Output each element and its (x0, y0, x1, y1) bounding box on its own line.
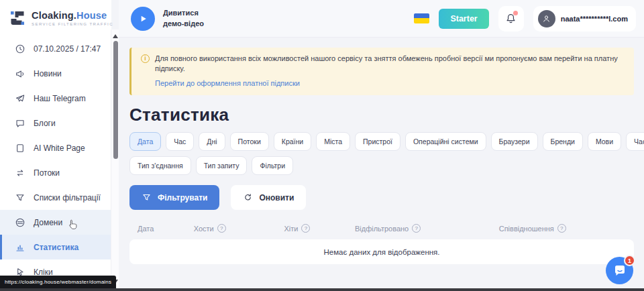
account-email: naata**********l.com (561, 15, 628, 23)
help-icon[interactable]: ? (301, 224, 310, 233)
chat-icon (15, 118, 25, 129)
trial-alert: i Для повного використання всіх можливос… (129, 48, 634, 95)
page-content: i Для повного використання всіх можливос… (119, 38, 644, 264)
clock-icon (15, 44, 25, 54)
sidebar-item-streams[interactable]: Потоки (0, 160, 111, 185)
bar-chart-icon (15, 242, 25, 253)
filter-button[interactable]: Фільтрувати (129, 185, 219, 210)
chat-unread-badge: 1 (624, 255, 635, 266)
plan-badge-button[interactable]: Starter (439, 9, 488, 29)
funnel-icon (15, 192, 25, 203)
logo-title-primary: Cloaking. (32, 10, 76, 21)
account-menu[interactable]: naata**********l.com (533, 6, 636, 32)
chat-bubble-icon (612, 263, 628, 279)
table-actions: Фільтрувати Оновити (129, 185, 634, 210)
sidebar-item-datetime: 07.10.2025 / 17:47 (0, 36, 111, 61)
sidebar-item-label: Наш Telegram (34, 94, 86, 103)
main-area: Дивитися демо-відео Starter naata*******… (119, 0, 644, 291)
top-bar: Дивитися демо-відео Starter naata*******… (119, 0, 644, 38)
scroll-up-icon[interactable] (113, 34, 118, 38)
globe-icon (15, 217, 25, 228)
page-title: Статистика (129, 105, 634, 125)
tab-devices[interactable]: Пристрої (355, 132, 400, 151)
sidebar-scrollbar[interactable] (111, 30, 119, 288)
megaphone-icon (15, 68, 25, 79)
refresh-icon (243, 192, 253, 202)
sidebar-nav: 07.10.2025 / 17:47НовиниНаш TelegramБлог… (0, 32, 111, 284)
sidebar-item-domains[interactable]: Домени (0, 210, 111, 235)
sidebar: Cloaking.House SERVICE FILTERING TRAFFIC… (0, 0, 111, 291)
sidebar-item-label: Статистика (34, 243, 78, 252)
ukraine-flag-icon[interactable] (414, 13, 429, 23)
scrollbar-thumb[interactable] (113, 41, 118, 159)
tab-filters[interactable]: Фільтри (252, 156, 293, 175)
logo-title-accent: House (76, 10, 107, 21)
column-header-ratio: Співвідношення? (499, 224, 626, 233)
demo-video-label: Дивитися демо-відео (163, 8, 211, 29)
column-header-hits: Хіти? (284, 224, 355, 233)
sidebar-item-label: 07.10.2025 / 17:47 (34, 44, 101, 54)
logo-icon (9, 9, 26, 27)
sidebar-item-label: Новини (34, 69, 62, 78)
logo-subtitle: SERVICE FILTERING TRAFFIC (32, 22, 113, 26)
page-icon (15, 143, 25, 154)
tab-data[interactable]: Дата (129, 132, 161, 151)
telegram-icon (15, 93, 25, 104)
sidebar-item-news[interactable]: Новини (0, 61, 111, 86)
funnel-icon (142, 192, 152, 202)
help-icon[interactable]: ? (412, 224, 421, 233)
sidebar-item-label: Домени (34, 218, 62, 227)
column-label: Відфільтровано (355, 225, 409, 233)
window-bottom-edge (0, 288, 644, 291)
status-bar-url: https://cloaking.house/webmaster/domains (0, 276, 116, 288)
filter-button-label: Фільтрувати (158, 193, 207, 202)
tab-connection-type[interactable]: Тип з'єднання (129, 156, 191, 175)
play-icon (131, 7, 155, 31)
stat-tabs-row-2: Тип з'єднанняТип запитуФільтри (129, 156, 634, 175)
table-empty-state: Немає даних для відображення. (129, 239, 634, 264)
upgrade-subscription-link[interactable]: Перейти до оформлення платної підписки (155, 78, 300, 89)
tab-request-type[interactable]: Тип запиту (196, 156, 248, 175)
loop-icon (15, 168, 25, 178)
avatar-icon (538, 10, 555, 27)
top-bar-right: Starter naata**********l.com (414, 6, 636, 32)
table-header: ДатаХости?Хіти?Відфільтровано?Співвіднош… (129, 219, 634, 238)
tab-days[interactable]: Дні (199, 132, 225, 151)
chat-widget-button[interactable]: 1 (606, 257, 633, 284)
refresh-button-label: Оновити (259, 193, 294, 202)
info-icon: i (141, 54, 150, 63)
sidebar-item-label: Блоги (34, 119, 56, 128)
tab-os[interactable]: Операційні системи (405, 132, 486, 151)
demo-video-button[interactable]: Дивитися демо-відео (131, 7, 211, 31)
column-label: Дата (138, 225, 154, 233)
refresh-button[interactable]: Оновити (231, 185, 306, 210)
tab-countries[interactable]: Країни (274, 132, 311, 151)
tab-timezone[interactable]: Часовий пояс (626, 132, 644, 151)
help-icon[interactable]: ? (217, 224, 226, 233)
column-label: Співвідношення (499, 225, 554, 233)
column-header-date: Дата (138, 224, 194, 233)
notifications-button[interactable] (498, 6, 524, 32)
tab-cities[interactable]: Міста (316, 132, 350, 151)
column-label: Хости (194, 225, 214, 233)
sidebar-item-statistics[interactable]: Статистика (0, 235, 111, 259)
sidebar-item-filter-lists[interactable]: Списки фільтрації (0, 185, 111, 210)
column-header-filtered: Відфільтровано? (355, 224, 499, 233)
sidebar-item-telegram[interactable]: Наш Telegram (0, 86, 111, 111)
tab-languages[interactable]: Мови (588, 132, 621, 151)
tab-browsers[interactable]: Браузери (491, 132, 538, 151)
empty-state-text: Немає даних для відображення. (323, 248, 439, 256)
help-icon[interactable]: ? (557, 224, 566, 233)
tab-streams[interactable]: Потоки (230, 132, 269, 151)
alert-text: Для повного використання всіх можливосте… (155, 54, 625, 74)
sidebar-item-label: AI White Page (34, 143, 85, 153)
notification-dot (513, 11, 518, 15)
logo-text: Cloaking.House SERVICE FILTERING TRAFFIC (32, 10, 113, 26)
tab-brands[interactable]: Бренди (543, 132, 583, 151)
tab-time[interactable]: Час (166, 132, 194, 151)
sidebar-item-ai-white-page[interactable]: AI White Page (0, 135, 111, 160)
stat-tabs-row-1: ДатаЧасДніПотокиКраїниМістаПристроїОпера… (129, 132, 634, 151)
logo[interactable]: Cloaking.House SERVICE FILTERING TRAFFIC (0, 0, 111, 32)
sidebar-item-blogs[interactable]: Блоги (0, 111, 111, 135)
column-label: Хіти (284, 225, 298, 233)
